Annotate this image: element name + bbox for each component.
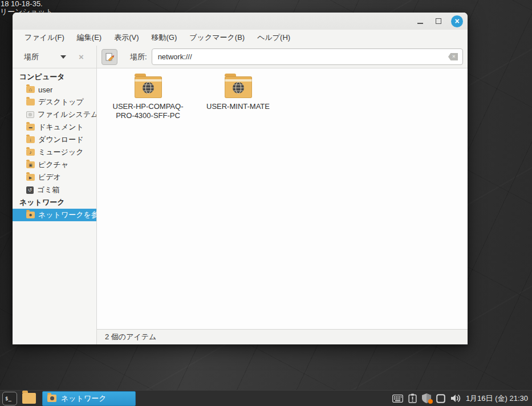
network-folder-icon [47,395,56,402]
maximize-button[interactable] [433,15,444,27]
taskbar-window-button[interactable]: ネットワーク [42,391,136,406]
sidebar-item-label: ビデオ [38,172,61,182]
clipboard-alert-icon[interactable] [408,393,417,403]
sidebar-item-label: ゴミ箱 [37,185,60,195]
sidebar-item-label: ピクチャ [38,160,68,170]
desktop: 18 10-18-35. リーンショット × ファイル(F) 編集(E) 表示(… [0,0,532,406]
sidebar-item-label: ミュージック [38,147,84,157]
task-button-label: ネットワーク [61,393,107,404]
location-label: 場所: [130,52,147,62]
side-pane-close-icon[interactable]: × [79,52,84,61]
pictures-folder-icon: ▣ [26,161,35,168]
sidebar-item-music[interactable]: ♪ ミュージック [13,146,96,159]
location-bar: × [152,48,463,65]
sidebar-item-label: ファイルシステム [38,109,96,120]
videos-folder-icon: ▶ [26,174,35,181]
titlebar[interactable]: × [13,13,468,30]
edit-location-toggle-button[interactable] [101,49,117,65]
sidebar-item-browse-network[interactable]: ● ネットワークを参照 [13,209,96,221]
folder-icon [26,99,35,105]
sidebar-item-home[interactable]: ⌂ user [13,83,96,96]
side-pane-type-selector[interactable]: 場所 [24,52,39,62]
desktop-icon-label-fragment: 18 10-18-35. [1,0,43,8]
file-label: USER-MINT-MATE [206,102,270,111]
trash-icon: ↺ [26,186,34,194]
system-tray [392,393,461,403]
sidebar-section-computer: コンピュータ [13,71,96,83]
clock[interactable]: 1月16日 (金) 21:30 [466,393,528,404]
menubar: ファイル(F) 編集(E) 表示(V) 移動(G) ブックマーク(B) ヘルプ(… [13,30,468,46]
toolbar: 場所 × 場所: × [13,46,468,68]
home-folder-icon: ⌂ [26,86,35,93]
minimize-button[interactable] [415,15,426,27]
network-host-item[interactable]: USER-MINT-MATE [197,76,279,111]
item-count-text: 2 個のアイテム [105,332,156,342]
drive-icon [26,111,34,118]
file-manager-window: × ファイル(F) 編集(E) 表示(V) 移動(G) ブックマーク(B) ヘル… [13,13,468,344]
side-pane-header: 場所 × [13,46,97,68]
shield-security-icon[interactable] [422,393,431,403]
close-button[interactable]: × [451,15,463,27]
window-body: コンピュータ ⌂ user デスクトップ ファイルシステム ▬ ドキュメント [13,68,468,344]
terminal-launcher[interactable]: $_ [2,392,17,405]
menu-edit[interactable]: 編集(E) [71,30,108,46]
screen-icon[interactable] [436,394,445,403]
edit-location-icon [105,52,115,62]
taskbar-panel: $_ ネットワーク [0,390,532,406]
sidebar-item-label: デスクトップ [38,97,84,107]
places-sidebar: コンピュータ ⌂ user デスクトップ ファイルシステム ▬ ドキュメント [13,68,97,344]
sidebar-item-filesystem[interactable]: ファイルシステム [13,108,96,121]
clear-glyph: × [452,54,455,59]
alert-badge [428,399,433,404]
sidebar-item-pictures[interactable]: ▣ ピクチャ [13,159,96,171]
volume-icon[interactable] [450,394,461,403]
file-view: USER-HP-COMPAQ- PRO-4300-SFF-PC [97,68,468,344]
documents-folder-icon: ▬ [26,124,35,131]
sidebar-item-desktop[interactable]: デスクトップ [13,96,96,108]
sidebar-item-downloads[interactable]: ↓ ダウンロード [13,133,96,146]
location-input[interactable] [152,48,463,65]
sidebar-item-trash[interactable]: ↺ ゴミ箱 [13,184,96,196]
menu-file[interactable]: ファイル(F) [18,30,71,46]
network-folder-icon: ● [26,212,35,218]
file-label: USER-HP-COMPAQ- PRO-4300-SFF-PC [113,102,184,120]
menu-help[interactable]: ヘルプ(H) [251,30,297,46]
window-controls: × [415,13,463,30]
network-folder-icon [225,76,252,98]
network-folder-icon [135,76,162,98]
menu-go[interactable]: 移動(G) [145,30,184,46]
sidebar-item-label: user [38,86,52,94]
menu-view[interactable]: 表示(V) [108,30,145,46]
sidebar-item-documents[interactable]: ▬ ドキュメント [13,121,96,133]
downloads-folder-icon: ↓ [26,136,35,143]
file-manager-launcher[interactable] [22,393,36,404]
statusbar: 2 個のアイテム [97,329,468,344]
chevron-down-icon[interactable] [60,55,66,59]
sidebar-section-network: ネットワーク [13,196,96,209]
terminal-icon: $_ [5,396,11,401]
sidebar-item-videos[interactable]: ▶ ビデオ [13,171,96,184]
music-folder-icon: ♪ [26,149,35,156]
network-host-item[interactable]: USER-HP-COMPAQ- PRO-4300-SFF-PC [104,76,192,120]
icon-view-canvas[interactable]: USER-HP-COMPAQ- PRO-4300-SFF-PC [97,68,468,329]
sidebar-item-label: ダウンロード [38,135,84,145]
sidebar-item-label: ネットワークを参照 [38,210,96,220]
menu-bookmarks[interactable]: ブックマーク(B) [183,30,251,46]
sidebar-item-label: ドキュメント [38,122,84,132]
keyboard-icon[interactable] [392,395,403,403]
